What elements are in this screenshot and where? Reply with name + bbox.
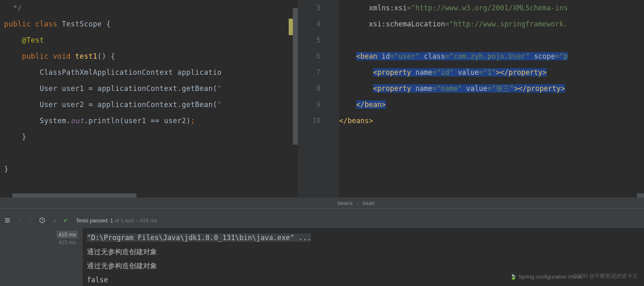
breadcrumb-bar: beans › bean xyxy=(0,198,644,208)
xml-line[interactable]: <property name="id" value="1"></property… xyxy=(339,64,644,81)
change-marker xyxy=(289,19,293,35)
xml-line[interactable]: </beans> xyxy=(339,113,644,129)
line-number: 8 xyxy=(298,81,331,97)
code-line[interactable]: User user2 = applicationContext.getBean(… xyxy=(4,97,298,113)
line-number: 9 xyxy=(298,97,331,113)
breadcrumb-separator: › xyxy=(354,200,360,206)
prev-test-icon[interactable]: ↑ xyxy=(18,217,21,224)
test-toolbar: ↑ ↓ » ✔ Tests passed: 1 of 1 test – 415 … xyxy=(0,212,644,228)
code-line[interactable] xyxy=(4,145,298,161)
console-command: "D:\Program Files\Java\jdk1.8.0_131\bin\… xyxy=(87,234,311,242)
java-editor-pane[interactable]: */public class TestScope { @Test public … xyxy=(0,0,298,198)
settings-icon[interactable] xyxy=(4,217,11,224)
spring-leaf-icon: 🍃 xyxy=(510,274,517,280)
fold-gutter xyxy=(331,0,339,198)
console-line: 通过无参构造创建对象 xyxy=(87,259,640,273)
code-line[interactable]: @Test xyxy=(4,32,298,48)
code-line[interactable]: */ xyxy=(4,0,298,16)
breadcrumb-item[interactable]: bean xyxy=(361,200,377,206)
svg-point-1 xyxy=(8,220,9,221)
watermark-text: CSDN @不断前进的皮卡丘 xyxy=(572,272,638,280)
xml-line[interactable]: xmlns:xsi="http://www.w3.org/2001/XMLSch… xyxy=(339,0,644,16)
test-history-icon[interactable] xyxy=(39,217,45,224)
svg-point-0 xyxy=(6,218,7,219)
xml-line[interactable]: <bean id="user" class="com.zyh.pojo.User… xyxy=(339,48,644,64)
code-line[interactable]: System.out.println(user1 == user2); xyxy=(4,113,298,129)
spring-status-bar[interactable]: 🍃 Spring configuration check xyxy=(510,274,582,280)
svg-point-2 xyxy=(7,222,8,223)
code-line[interactable]: User user1 = applicationContext.getBean(… xyxy=(4,81,298,97)
xml-line[interactable]: <property name="name" value="张三"></prope… xyxy=(339,81,644,97)
test-passed-icon: ✔ xyxy=(63,217,68,224)
breadcrumb-item[interactable]: beans xyxy=(336,200,354,206)
code-line[interactable]: public void test1() { xyxy=(4,48,298,64)
next-test-icon[interactable]: ↓ xyxy=(29,217,31,224)
code-line[interactable]: } xyxy=(4,129,298,145)
code-line[interactable]: ClassPathXmlApplicationContext applicati… xyxy=(4,64,298,81)
editor-split-area: */public class TestScope { @Test public … xyxy=(0,0,644,198)
horizontal-scrollbar-right[interactable] xyxy=(637,193,644,198)
line-number: 4 xyxy=(298,16,331,32)
line-number: 10 xyxy=(298,113,331,129)
test-tree-panel[interactable]: 415 ms 415 ms xyxy=(0,228,83,286)
code-line[interactable]: } xyxy=(4,161,298,177)
line-number-gutter: 345678910 xyxy=(298,0,331,198)
test-duration: 415 ms xyxy=(57,231,78,238)
xml-line[interactable]: </bean> xyxy=(339,97,644,113)
line-number: 3 xyxy=(298,0,331,16)
horizontal-scrollbar-left[interactable] xyxy=(12,193,136,198)
line-number: 5 xyxy=(298,32,331,48)
expand-icon[interactable]: » xyxy=(53,217,56,224)
line-number: 7 xyxy=(298,64,331,81)
test-status-text: Tests passed: 1 of 1 test – 415 ms xyxy=(76,217,157,224)
java-code-area[interactable]: */public class TestScope { @Test public … xyxy=(0,0,298,177)
vertical-scrollbar[interactable] xyxy=(293,8,298,145)
xml-line[interactable] xyxy=(339,32,644,48)
test-duration: 415 ms xyxy=(57,238,78,246)
line-number: 6 xyxy=(298,48,331,64)
xml-line[interactable]: xsi:schemaLocation="http://www.springfra… xyxy=(339,16,644,32)
console-line: 通过无参构造创建对象 xyxy=(87,245,640,259)
xml-code-area[interactable]: xmlns:xsi="http://www.w3.org/2001/XMLSch… xyxy=(339,0,644,198)
panel-divider[interactable] xyxy=(0,208,644,212)
code-line[interactable]: public class TestScope { xyxy=(4,16,298,32)
xml-editor-pane[interactable]: 345678910 xmlns:xsi="http://www.w3.org/2… xyxy=(298,0,644,198)
